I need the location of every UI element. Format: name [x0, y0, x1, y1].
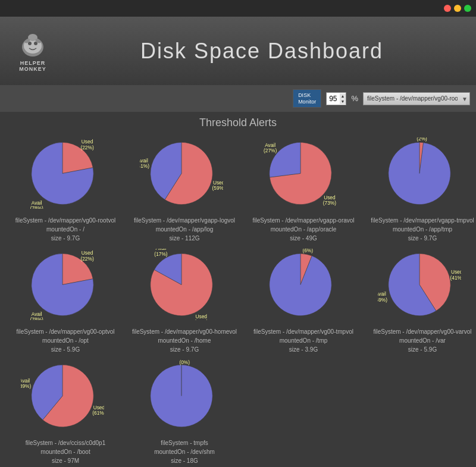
- svg-text:(39%): (39%): [21, 383, 32, 389]
- pie-container: Used(59%)Avail(41%): [140, 137, 229, 215]
- logo-text: HelperMonkey: [19, 60, 46, 72]
- logo-area: HelperMonkey: [9, 30, 57, 72]
- monitor-label: Monitor: [298, 99, 316, 105]
- chart-cell: Used(22%)Avail(78%) fileSystem - /dev/ma…: [6, 246, 125, 357]
- svg-text:(59%): (59%): [212, 185, 223, 191]
- spinbox-arrows[interactable]: ▲ ▼: [340, 93, 346, 104]
- pie-container: Used(22%)Avail(78%): [21, 249, 110, 326]
- chart-mount: mountedOn - /boot: [26, 447, 106, 456]
- chart-mount: mountedOn - /: [15, 225, 115, 234]
- filesystem-dropdown[interactable]: fileSystem - /dev/mapper/vg00-rootvol fi…: [363, 92, 470, 105]
- header: HelperMonkey Disk Space Dashboard: [0, 17, 476, 85]
- chart-size: size - 3.9G: [253, 345, 353, 354]
- traffic-lights: [444, 5, 471, 12]
- chart-mount: mountedOn - /app/log: [134, 225, 235, 234]
- pie-svg: Used(73%)Avail(27%): [259, 137, 342, 209]
- chart-cell: Used(61%)Avail(39%) fileSystem - /dev/cc…: [6, 357, 125, 467]
- subtitle: Threshold Alerts: [0, 112, 476, 131]
- pie-container: Used(83%)Avail(17%): [140, 249, 229, 326]
- chart-size: size - 5.9G: [16, 345, 114, 354]
- chart-mount: mountedOn - /app/oracle: [252, 225, 354, 234]
- svg-text:(22%): (22%): [80, 145, 93, 151]
- svg-text:(78%): (78%): [30, 316, 43, 320]
- chart-mount: mountedOn - /home: [132, 336, 237, 345]
- chart-cell-empty: [363, 357, 476, 467]
- pct-symbol: %: [351, 94, 358, 103]
- svg-text:(17%): (17%): [154, 251, 167, 257]
- pie-svg: Used(59%)Avail(41%): [140, 137, 223, 209]
- chart-filesystem: fileSystem - /dev/mapper/vg00-homevol: [132, 327, 237, 336]
- titlebar: [0, 0, 476, 17]
- chart-cell: Used(2%)Avail(98%) fileSystem - /dev/map…: [363, 134, 476, 246]
- svg-text:(83%): (83%): [195, 319, 208, 320]
- chart-filesystem: fileSystem - /dev/mapper/vg00-tmpvol: [253, 327, 353, 336]
- app-title: Disk Space Dashboard: [57, 39, 467, 64]
- chart-info: fileSystem - /dev/mapper/vg00-homevol mo…: [132, 327, 237, 354]
- pie-container: Used(61%)Avail(39%): [21, 360, 110, 437]
- pie-container: Avail(100%)Used(0%): [140, 360, 229, 437]
- pie-svg: Used(61%)Avail(39%): [21, 360, 104, 431]
- spinbox-up-arrow[interactable]: ▲: [340, 93, 346, 99]
- svg-text:(6%): (6%): [302, 249, 313, 253]
- chart-mount: mountedOn - /dev/shm: [154, 447, 215, 456]
- svg-text:(78%): (78%): [30, 205, 43, 209]
- svg-text:(27%): (27%): [264, 148, 277, 153]
- chart-mount: mountedOn - /app/tmp: [371, 225, 474, 234]
- chart-size: size - 112G: [134, 234, 235, 243]
- svg-text:(2%): (2%): [416, 137, 427, 142]
- chart-cell: Used(22%)Avail(78%) fileSystem - /dev/ma…: [6, 134, 125, 246]
- chart-info: fileSystem - /dev/mapper/vg00-tmpvol mou…: [253, 327, 353, 354]
- chart-size: size - 97M: [26, 456, 106, 465]
- chart-filesystem: fileSystem - /dev/mapper/vg00-rootvol: [15, 216, 115, 225]
- chart-info: fileSystem - /dev/mapper/vgapp-logvol mo…: [134, 216, 235, 243]
- svg-text:Avail: Avail: [287, 319, 298, 320]
- chart-filesystem: fileSystem - /dev/mapper/vgapp-tmpvol: [371, 216, 474, 225]
- spinbox[interactable]: 95 ▲ ▼: [326, 92, 346, 105]
- svg-text:(61%): (61%): [92, 410, 104, 416]
- pie-svg: Avail(100%)Used(0%): [140, 360, 223, 431]
- chart-filesystem: fileSystem - tmpfs: [154, 438, 215, 447]
- chart-filesystem: fileSystem - /dev/mapper/vg00-optvol: [16, 327, 114, 336]
- spinbox-value: 95: [327, 95, 339, 103]
- charts-grid: Used(22%)Avail(78%) fileSystem - /dev/ma…: [0, 131, 476, 467]
- pie-svg: Used(83%)Avail(17%): [140, 249, 223, 320]
- chart-size: size - 49G: [252, 234, 354, 243]
- chart-size: size - 9.7G: [371, 234, 474, 243]
- svg-text:(0%): (0%): [179, 360, 190, 365]
- chart-filesystem: fileSystem - /dev/mapper/vg00-varvol: [373, 327, 471, 336]
- disk-label: DISK: [298, 92, 316, 99]
- chart-size: size - 5.9G: [373, 345, 471, 354]
- chart-size: size - 9.7G: [15, 234, 115, 243]
- chart-info: fileSystem - /dev/mapper/vg00-optvol mou…: [16, 327, 114, 354]
- logo-icon: [18, 30, 48, 60]
- chart-cell: Used(6%)Avail(94%) fileSystem - /dev/map…: [244, 246, 363, 357]
- chart-cell: Avail(100%)Used(0%) fileSystem - tmpfs m…: [125, 357, 244, 467]
- chart-info: fileSystem - /dev/cciss/c0d0p1 mountedOn…: [26, 438, 106, 465]
- pie-svg: Used(2%)Avail(98%): [378, 137, 461, 209]
- minimize-button[interactable]: [454, 5, 461, 12]
- chart-info: fileSystem - tmpfs mountedOn - /dev/shm …: [154, 438, 215, 465]
- chart-info: fileSystem - /dev/mapper/vg00-varvol mou…: [373, 327, 471, 354]
- svg-text:(73%): (73%): [323, 200, 336, 206]
- maximize-button[interactable]: [464, 5, 471, 12]
- svg-text:(41%): (41%): [450, 275, 461, 281]
- chart-info: fileSystem - /dev/mapper/vg00-rootvol mo…: [15, 216, 115, 243]
- pie-svg: Used(22%)Avail(78%): [21, 137, 104, 209]
- spinbox-down-arrow[interactable]: ▼: [340, 99, 346, 104]
- svg-text:(41%): (41%): [140, 163, 149, 169]
- chart-filesystem: fileSystem - /dev/cciss/c0d0p1: [26, 438, 106, 447]
- close-button[interactable]: [444, 5, 451, 12]
- svg-text:(22%): (22%): [80, 256, 93, 262]
- chart-info: fileSystem - /dev/mapper/vgapp-tmpvol mo…: [371, 216, 474, 243]
- dropdown-wrapper[interactable]: fileSystem - /dev/mapper/vg00-rootvol fi…: [363, 92, 470, 105]
- chart-mount: mountedOn - /tmp: [253, 336, 353, 345]
- pie-container: Used(2%)Avail(98%): [378, 137, 467, 215]
- chart-cell: Used(41%)Avail(59%) fileSystem - /dev/ma…: [363, 246, 476, 357]
- toolbar: DISK Monitor 95 ▲ ▼ % fileSystem - /dev/…: [0, 85, 476, 112]
- disk-monitor-button[interactable]: DISK Monitor: [293, 89, 321, 108]
- chart-filesystem: fileSystem - /dev/mapper/vgapp-oravol: [252, 216, 354, 225]
- chart-info: fileSystem - /dev/mapper/vgapp-oravol mo…: [252, 216, 354, 243]
- pie-svg: Used(22%)Avail(78%): [21, 249, 104, 320]
- chart-cell: Used(73%)Avail(27%) fileSystem - /dev/ma…: [244, 134, 363, 246]
- chart-cell: Used(83%)Avail(17%) fileSystem - /dev/ma…: [125, 246, 244, 357]
